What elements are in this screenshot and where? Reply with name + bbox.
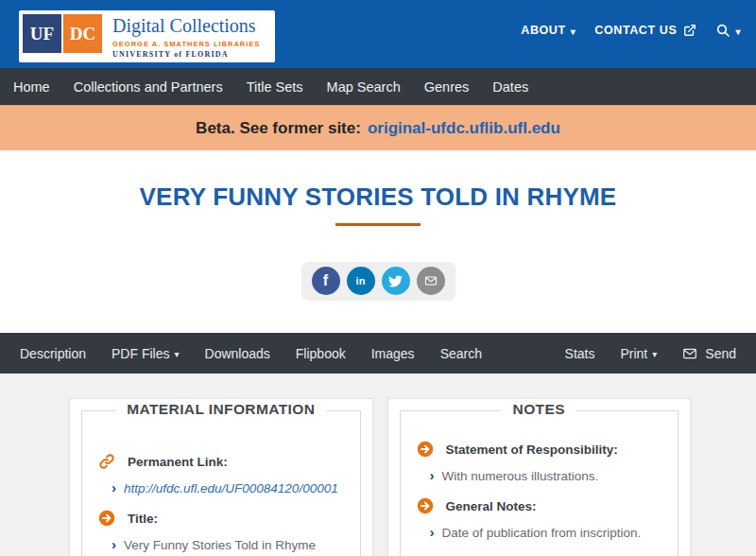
facebook-share-icon[interactable]: f bbox=[312, 267, 340, 295]
field-value: › Date of publication from inscription. bbox=[430, 525, 663, 540]
tab-flipbook[interactable]: Flipbook bbox=[296, 346, 346, 361]
panel-title: NOTES bbox=[502, 401, 576, 418]
contact-us-link[interactable]: CONTACT US bbox=[594, 24, 696, 37]
twitter-share-icon[interactable] bbox=[382, 267, 410, 295]
about-label: ABOUT bbox=[521, 24, 565, 37]
nav-item-title-sets[interactable]: Title Sets bbox=[247, 79, 303, 95]
tab-search[interactable]: Search bbox=[440, 346, 482, 361]
dc-logo-square: DC bbox=[63, 14, 102, 53]
envelope-icon bbox=[682, 346, 697, 361]
tab-images[interactable]: Images bbox=[371, 346, 415, 361]
field-label: Statement of Responsibility: bbox=[446, 443, 618, 457]
nav-item-genres[interactable]: Genres bbox=[424, 79, 470, 95]
beta-banner-text: Beta. See former site: bbox=[196, 119, 361, 138]
tab-pdf-files[interactable]: PDF Files ▾ bbox=[112, 346, 179, 361]
uf-logo-square: UF bbox=[23, 14, 61, 53]
field-label: Permanent Link: bbox=[128, 455, 228, 469]
item-metadata-section: MATERIAL INFORMATION Permanent Link: › h… bbox=[0, 374, 756, 556]
field-general-notes: General Notes: bbox=[417, 497, 663, 514]
chain-link-icon bbox=[98, 453, 115, 470]
field-value: › Very Funny Stories Told in Rhyme bbox=[112, 537, 345, 552]
general-note-value: Date of publication from inscription. bbox=[442, 526, 642, 540]
arrow-circle-icon bbox=[98, 510, 115, 527]
tab-downloads[interactable]: Downloads bbox=[205, 346, 270, 361]
chevron-icon: › bbox=[112, 537, 116, 551]
send-label: Send bbox=[705, 346, 736, 361]
caret-down-icon: ▾ bbox=[652, 349, 657, 359]
title-underline bbox=[335, 223, 421, 226]
logo-subtitle-university: UNIVERSITY of FLORIDA bbox=[112, 50, 260, 59]
field-title: Title: bbox=[98, 510, 345, 527]
chevron-icon: › bbox=[430, 468, 435, 482]
panel-title: MATERIAL INFORMATION bbox=[115, 401, 326, 418]
field-value: › With numerous illustrations. bbox=[430, 468, 663, 483]
field-label: General Notes: bbox=[446, 499, 537, 513]
send-button[interactable]: Send bbox=[682, 346, 736, 361]
about-menu[interactable]: ABOUT ▾ bbox=[521, 24, 576, 37]
caret-down-icon: ▾ bbox=[174, 349, 179, 359]
caret-down-icon: ▾ bbox=[571, 26, 576, 37]
title-section: VERY FUNNY STORIES TOLD IN RHYME f in bbox=[0, 150, 756, 300]
page-title: VERY FUNNY STORIES TOLD IN RHYME bbox=[0, 182, 756, 212]
search-icon bbox=[715, 23, 730, 38]
nav-item-home[interactable]: Home bbox=[13, 79, 50, 95]
former-site-link[interactable]: original-ufdc.uflib.ufl.edu bbox=[368, 119, 560, 138]
main-navbar: Home Collections and Partners Title Sets… bbox=[0, 68, 756, 105]
downloads-label: Downloads bbox=[205, 346, 270, 361]
title-value: Very Funny Stories Told in Rhyme bbox=[124, 538, 316, 552]
tab-description[interactable]: Description bbox=[20, 346, 86, 361]
flipbook-label: Flipbook bbox=[296, 346, 346, 361]
site-header: UF DC Digital Collections GEORGE A. SMAT… bbox=[0, 0, 756, 68]
ufdc-logo[interactable]: UF DC Digital Collections GEORGE A. SMAT… bbox=[19, 10, 275, 62]
search-menu[interactable]: ▾ bbox=[715, 23, 741, 38]
description-label: Description bbox=[20, 346, 86, 361]
field-permanent-link: Permanent Link: bbox=[98, 453, 345, 470]
logo-title: Digital Collections bbox=[112, 15, 260, 37]
field-label: Title: bbox=[128, 512, 158, 526]
stats-button[interactable]: Stats bbox=[565, 346, 595, 361]
field-value: › http://ufdc.ufl.edu/UF00084120/00001 bbox=[112, 480, 345, 495]
field-statement-of-responsibility: Statement of Responsibility: bbox=[417, 441, 663, 458]
material-information-panel: MATERIAL INFORMATION Permanent Link: › h… bbox=[69, 398, 373, 556]
nav-item-collections-and-partners[interactable]: Collections and Partners bbox=[74, 79, 223, 95]
pdf-files-label: PDF Files bbox=[112, 346, 169, 361]
print-label: Print bbox=[620, 346, 647, 361]
arrow-circle-icon bbox=[417, 441, 434, 458]
arrow-circle-icon bbox=[417, 497, 434, 514]
nav-item-map-search[interactable]: Map Search bbox=[327, 79, 401, 95]
item-toolbar: Description PDF Files ▾ Downloads Flipbo… bbox=[0, 333, 756, 374]
print-menu[interactable]: Print ▾ bbox=[620, 346, 657, 361]
stats-label: Stats bbox=[565, 346, 595, 361]
chevron-icon: › bbox=[112, 480, 116, 495]
permanent-link-url[interactable]: http://ufdc.ufl.edu/UF00084120/00001 bbox=[124, 481, 338, 495]
nav-item-dates[interactable]: Dates bbox=[492, 79, 528, 95]
caret-down-icon: ▾ bbox=[735, 26, 741, 37]
linkedin-share-icon[interactable]: in bbox=[347, 267, 375, 295]
search-label: Search bbox=[440, 346, 482, 361]
notes-panel: NOTES Statement of Responsibility: › Wit… bbox=[387, 398, 692, 556]
external-link-icon bbox=[683, 24, 696, 37]
email-share-icon[interactable] bbox=[417, 267, 445, 295]
contact-us-label: CONTACT US bbox=[594, 24, 677, 37]
share-bar: f in bbox=[301, 262, 455, 300]
chevron-icon: › bbox=[430, 525, 435, 539]
logo-subtitle-libraries: GEORGE A. SMATHERS LIBRARIES bbox=[112, 40, 260, 48]
beta-banner: Beta. See former site: original-ufdc.ufl… bbox=[0, 105, 756, 150]
images-label: Images bbox=[371, 346, 415, 361]
statement-value: With numerous illustrations. bbox=[442, 469, 599, 483]
